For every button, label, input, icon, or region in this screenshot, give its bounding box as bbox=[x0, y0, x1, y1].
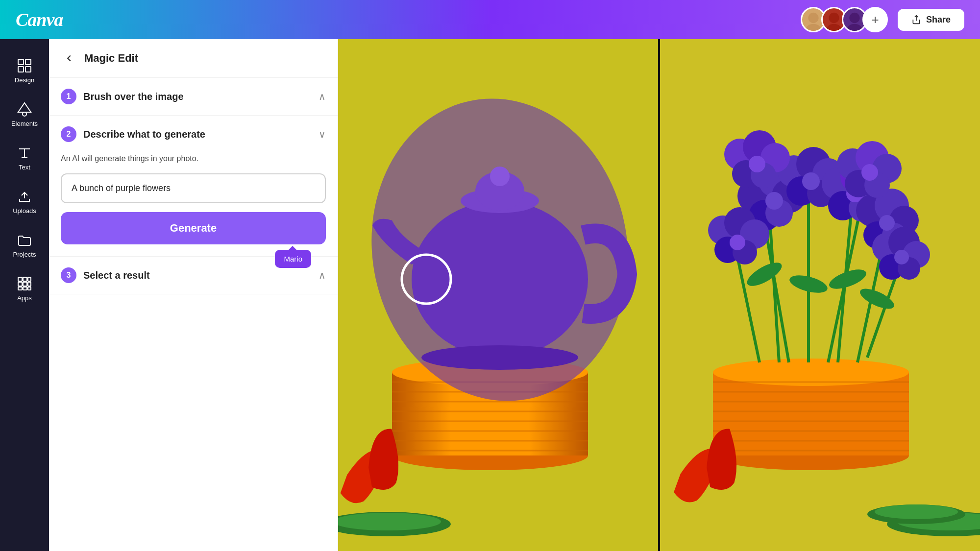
panel-header: Magic Edit bbox=[49, 39, 338, 78]
sidebar-item-uploads-label: Uploads bbox=[13, 207, 36, 215]
svg-rect-8 bbox=[25, 59, 31, 65]
svg-point-44 bbox=[421, 345, 578, 370]
step-2-description: An AI will generate things in your photo… bbox=[61, 153, 326, 165]
svg-rect-19 bbox=[18, 282, 22, 286]
sidebar-item-text-label: Text bbox=[19, 164, 30, 171]
step-1: 1 Brush over the image ∧ bbox=[49, 78, 338, 116]
step-3-number: 3 bbox=[61, 267, 76, 283]
svg-point-79 bbox=[802, 172, 820, 190]
svg-rect-9 bbox=[18, 67, 24, 72]
elements-icon bbox=[17, 101, 32, 117]
svg-point-3 bbox=[826, 24, 842, 32]
step-3-header-left: 3 Select a result bbox=[61, 267, 150, 283]
step-2-title: Describe what to generate bbox=[83, 129, 205, 140]
canvas-image bbox=[338, 39, 980, 551]
design-icon bbox=[17, 58, 32, 73]
svg-point-115 bbox=[861, 164, 878, 181]
svg-point-40 bbox=[412, 201, 588, 358]
canva-logo: Canva bbox=[16, 9, 63, 30]
svg-point-1 bbox=[806, 24, 821, 32]
sidebar-item-design[interactable]: Design bbox=[2, 49, 47, 93]
step-2-header[interactable]: 2 Describe what to generate ∨ bbox=[49, 116, 338, 153]
svg-point-73 bbox=[765, 192, 783, 210]
svg-point-0 bbox=[808, 13, 818, 23]
svg-rect-23 bbox=[23, 287, 27, 290]
svg-point-12 bbox=[23, 112, 26, 116]
sidebar-item-elements-label: Elements bbox=[11, 120, 38, 127]
uploads-icon bbox=[17, 189, 32, 204]
sidebar-item-apps[interactable]: Apps bbox=[2, 267, 47, 311]
svg-rect-22 bbox=[18, 287, 22, 290]
canvas-area[interactable] bbox=[338, 39, 980, 551]
step-2-chevron: ∨ bbox=[318, 128, 326, 140]
share-button[interactable]: Share bbox=[898, 9, 964, 31]
svg-point-47 bbox=[338, 513, 441, 530]
step-1-header[interactable]: 1 Brush over the image ∧ bbox=[49, 78, 338, 115]
sidebar-item-elements[interactable]: Elements bbox=[2, 93, 47, 136]
panel: Magic Edit 1 Brush over the image ∧ 2 De… bbox=[49, 39, 338, 551]
panel-title: Magic Edit bbox=[84, 52, 138, 65]
share-icon bbox=[911, 15, 921, 24]
svg-point-4 bbox=[849, 13, 859, 23]
sidebar-item-projects[interactable]: Projects bbox=[2, 223, 47, 267]
add-collaborator-button[interactable]: + bbox=[862, 7, 888, 32]
header-right: + Share bbox=[801, 7, 964, 32]
sidebar-item-apps-label: Apps bbox=[17, 294, 32, 302]
svg-point-43 bbox=[490, 167, 510, 186]
sidebar-item-design-label: Design bbox=[15, 76, 34, 84]
sidebar-item-text[interactable]: Text bbox=[2, 136, 47, 180]
svg-rect-24 bbox=[28, 287, 31, 290]
sidebar: Design Elements Text Up bbox=[0, 39, 49, 551]
step-2-content: An AI will generate things in your photo… bbox=[49, 153, 338, 256]
avatars-group: + bbox=[801, 7, 888, 32]
svg-rect-18 bbox=[28, 277, 31, 281]
apps-icon bbox=[17, 276, 32, 291]
step-1-chevron: ∧ bbox=[318, 91, 326, 102]
back-icon bbox=[64, 53, 74, 64]
svg-rect-17 bbox=[23, 277, 27, 281]
svg-point-109 bbox=[749, 156, 765, 172]
svg-rect-7 bbox=[18, 59, 24, 65]
svg-point-5 bbox=[847, 24, 862, 32]
step-1-title: Brush over the image bbox=[83, 91, 184, 102]
projects-icon bbox=[17, 232, 32, 248]
sidebar-item-uploads[interactable]: Uploads bbox=[2, 180, 47, 223]
svg-marker-11 bbox=[18, 103, 31, 112]
step-3-title: Select a result bbox=[83, 270, 150, 281]
step-3-chevron: ∧ bbox=[318, 269, 326, 281]
step-2-number: 2 bbox=[61, 126, 76, 142]
step-2: 2 Describe what to generate ∨ An AI will… bbox=[49, 116, 338, 257]
svg-rect-20 bbox=[23, 282, 27, 286]
svg-point-91 bbox=[879, 215, 895, 231]
header: Canva + Share bbox=[0, 0, 980, 39]
text-icon bbox=[17, 145, 32, 161]
back-button[interactable] bbox=[61, 50, 77, 67]
svg-point-103 bbox=[894, 250, 909, 264]
step-1-header-left: 1 Brush over the image bbox=[61, 89, 184, 104]
svg-point-97 bbox=[730, 235, 745, 250]
step-1-number: 1 bbox=[61, 89, 76, 104]
step-2-header-left: 2 Describe what to generate bbox=[61, 126, 205, 142]
tooltip-mario: Mario bbox=[275, 250, 311, 268]
generate-btn-wrapper: Generate Mario bbox=[61, 212, 326, 244]
body: Design Elements Text Up bbox=[0, 39, 980, 551]
sidebar-item-projects-label: Projects bbox=[13, 251, 36, 258]
svg-point-123 bbox=[875, 504, 958, 519]
svg-rect-16 bbox=[18, 277, 22, 281]
svg-rect-21 bbox=[28, 282, 31, 286]
generate-button[interactable]: Generate bbox=[61, 212, 326, 244]
svg-point-2 bbox=[829, 13, 839, 23]
svg-rect-10 bbox=[25, 67, 31, 72]
prompt-input[interactable] bbox=[61, 173, 326, 203]
